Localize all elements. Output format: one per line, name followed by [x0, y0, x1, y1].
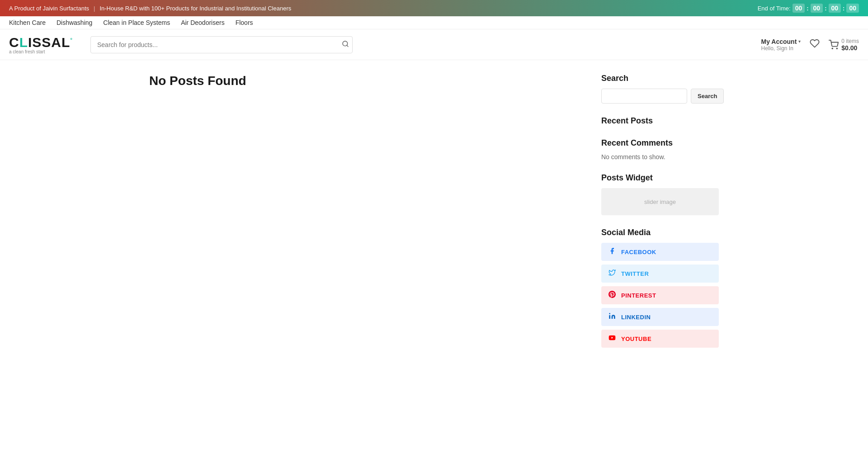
sidebar-recent-posts-title: Recent Posts [601, 116, 719, 126]
sidebar-social-media-section: Social Media FACEBOOK TWITTER [601, 228, 719, 348]
wishlist-button[interactable] [810, 38, 820, 51]
sidebar-social-media-title: Social Media [601, 228, 719, 237]
facebook-icon [608, 247, 617, 256]
sidebar-posts-widget-title: Posts Widget [601, 173, 719, 183]
pinterest-label: PINTEREST [621, 292, 656, 299]
heart-icon [810, 38, 820, 48]
linkedin-icon [608, 312, 617, 321]
logo-tagline: a clean fresh start [9, 49, 45, 54]
my-account[interactable]: My Account ▾ Hello, Sign In [761, 38, 801, 52]
svg-rect-4 [609, 315, 610, 319]
top-banner: A Product of Jaivin Surfactants | In-Hou… [0, 0, 868, 16]
sidebar-recent-comments-title: Recent Comments [601, 138, 719, 148]
content-area: No Posts Found [149, 74, 583, 97]
nav-clean-in-place[interactable]: Clean in Place Systems [103, 19, 170, 26]
cart-icon [829, 40, 839, 50]
social-twitter[interactable]: TWITTER [601, 265, 719, 283]
social-linkedin[interactable]: LINKEDIN [601, 308, 719, 326]
chevron-down-icon: ▾ [798, 39, 801, 44]
main-wrapper: No Posts Found Search Search Recent Post… [140, 60, 728, 374]
pinterest-icon [608, 291, 617, 300]
sidebar: Search Search Recent Posts Recent Commen… [601, 74, 719, 360]
timer-label: End of Time: [758, 5, 791, 12]
svg-line-1 [347, 45, 348, 47]
nav-bar: Kitchen Care Dishwashing Clean in Place … [0, 16, 868, 29]
sidebar-recent-posts-section: Recent Posts [601, 116, 719, 126]
search-bar-wrapper [90, 36, 353, 53]
twitter-label: TWITTER [621, 270, 649, 277]
facebook-label: FACEBOOK [621, 249, 656, 255]
svg-point-5 [609, 313, 610, 314]
timer-colon2: : [825, 5, 826, 12]
social-pinterest[interactable]: PINTEREST [601, 286, 719, 304]
banner-text: A Product of Jaivin Surfactants | In-Hou… [9, 5, 291, 12]
linkedin-label: LINKEDIN [621, 314, 651, 321]
timer-hh: 00 [793, 4, 805, 13]
search-icon [342, 40, 349, 47]
sidebar-search-section: Search Search [601, 74, 719, 104]
timer-ms: 00 [846, 4, 859, 13]
nav-air-deodorisers[interactable]: Air Deodorisers [181, 19, 224, 26]
my-account-sub: Hello, Sign In [761, 45, 801, 52]
nav-dishwashing[interactable]: Dishwashing [57, 19, 92, 26]
my-account-label: My Account [761, 38, 797, 45]
timer-section: End of Time: 00 : 00 : 00 : 00 [758, 4, 859, 13]
svg-point-3 [837, 48, 838, 49]
logo[interactable]: CLISSAL° a clean fresh start [9, 35, 81, 54]
sidebar-search-row: Search [601, 89, 719, 104]
social-facebook[interactable]: FACEBOOK [601, 243, 719, 261]
sidebar-recent-comments-section: Recent Comments No comments to show. [601, 138, 719, 161]
cart-total: $0.00 [841, 44, 857, 52]
no-comments-text: No comments to show. [601, 153, 719, 161]
social-media-list: FACEBOOK TWITTER PINTEREST [601, 243, 719, 348]
sidebar-search-title: Search [601, 74, 719, 83]
social-youtube[interactable]: YOUTUBE [601, 330, 719, 348]
timer-colon1: : [807, 5, 808, 12]
search-icon-button[interactable] [342, 40, 349, 49]
logo-text: CLISSAL° [9, 35, 73, 50]
nav-kitchen-care[interactable]: Kitchen Care [9, 19, 46, 26]
timer-mm: 00 [811, 4, 823, 13]
cart-info: 0 items $0.00 [841, 38, 859, 52]
timer-colon3: : [843, 5, 844, 12]
svg-point-2 [832, 48, 833, 49]
banner-text2: In-House R&D with 100+ Products for Indu… [99, 5, 291, 12]
sidebar-search-input[interactable] [601, 89, 687, 104]
header: CLISSAL° a clean fresh start My Account … [0, 29, 868, 60]
youtube-icon [608, 334, 617, 343]
sidebar-search-button[interactable]: Search [691, 89, 724, 104]
nav-floors[interactable]: Floors [236, 19, 253, 26]
my-account-info: My Account ▾ Hello, Sign In [761, 38, 801, 52]
search-input[interactable] [90, 36, 353, 53]
cart-items-count: 0 items [841, 38, 859, 44]
slider-image-label: slider image [644, 199, 676, 205]
banner-divider: | [94, 5, 95, 12]
banner-text1: A Product of Jaivin Surfactants [9, 5, 89, 12]
header-actions: My Account ▾ Hello, Sign In 0 items $0.0… [761, 38, 859, 52]
youtube-label: YOUTUBE [621, 336, 651, 342]
cart-section[interactable]: 0 items $0.00 [829, 38, 859, 52]
slider-image: slider image [601, 188, 719, 215]
no-posts-title: No Posts Found [149, 74, 583, 88]
sidebar-posts-widget-section: Posts Widget slider image [601, 173, 719, 215]
twitter-icon [608, 269, 617, 278]
timer-ss: 00 [829, 4, 841, 13]
